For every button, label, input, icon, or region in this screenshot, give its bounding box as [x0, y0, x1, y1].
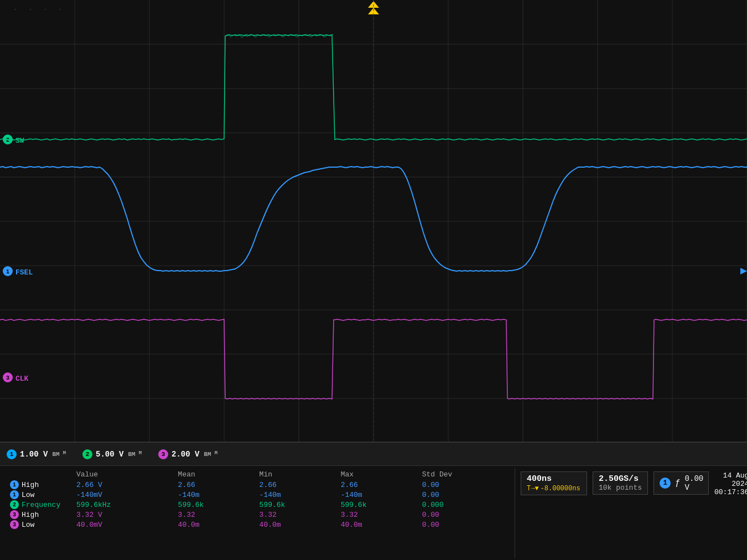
col-header-value: Value: [72, 469, 174, 480]
right-info-panel: 400ns T→▼ -8.00000ns 2.50GS/s 10k points…: [515, 468, 747, 558]
datetime-display: 14 Aug 2024 00:17:36: [714, 471, 747, 499]
meas-ch3-high-label: High: [22, 511, 39, 519]
meas-ch3-high-min: 3.32: [255, 510, 336, 520]
meas-ch3-high-circle: 3: [10, 510, 19, 519]
meas-ch1-low-label: Low: [22, 491, 34, 499]
ch2-circle: 2: [82, 449, 92, 459]
meas-ch2-freq-mean: 599.6k: [174, 500, 255, 510]
svg-text:1: 1: [6, 269, 9, 275]
meas-ch2-freq-min: 599.6k: [255, 500, 336, 510]
meas-ch2-freq-circle: 2: [10, 500, 19, 509]
meas-ch3-high-mean: 3.32: [174, 510, 255, 520]
meas-ch2-freq-label: Frequency: [22, 501, 60, 509]
meas-ch3-low-stddev: 0.00: [418, 520, 509, 530]
ch3-circle: 3: [158, 449, 168, 459]
col-header-mean: Mean: [174, 469, 255, 480]
meas-ch1-high-label: High: [22, 481, 39, 489]
ch3-bw-indicator: M: [215, 450, 217, 456]
datetime-time: 00:17:36: [714, 488, 747, 496]
meas-ch2-freq-stddev: 0.000: [418, 500, 509, 510]
svg-text:3: 3: [6, 375, 9, 381]
col-header-stddev: Std Dev: [418, 469, 509, 480]
ch3-bm-label: BM: [204, 451, 211, 458]
trigger-box: 1 ƒ 0.00 V: [653, 471, 709, 495]
col-header-label: [6, 469, 72, 480]
ch1-bw-indicator: M: [63, 450, 66, 456]
ch3-waveform-label: CLK: [15, 375, 29, 383]
svg-rect-23: [60, 9, 61, 10]
meas-ch1-high-circle: 1: [10, 480, 19, 489]
ch2-scale-indicator: 2 5.00 V BM M: [82, 449, 142, 459]
oscilloscope-display: 2 SW 1 FSEL 3 CLK: [0, 0, 747, 560]
ch2-scale-value: 5.00 V: [96, 450, 123, 459]
meas-row-ch3-low: 3 Low 40.0mV 40.0m 40.0m 40.0m 0.00: [6, 520, 509, 530]
meas-ch2-freq-value: 599.6kHz: [72, 500, 174, 510]
ch3-scale-value: 2.00 V: [172, 450, 199, 459]
meas-ch3-high-max: 3.32: [336, 510, 418, 520]
meas-ch2-freq-max: 599.6k: [336, 500, 418, 510]
sample-rate-box: 2.50GS/s 10k points: [593, 471, 648, 495]
ch1-scale-value: 1.00 V: [20, 450, 48, 459]
meas-ch3-high-value: 3.32 V: [72, 510, 174, 520]
meas-ch1-low-circle: 1: [10, 490, 19, 499]
svg-rect-21: [30, 9, 31, 10]
cursor-offset-value: -8.00000ns: [541, 485, 580, 492]
meas-ch1-high-mean: 2.66: [174, 480, 255, 490]
ch2-waveform-label: SW: [15, 137, 24, 145]
bottom-panel: 1 1.00 V BM M 2 5.00 V BM M 3 2.00 V BM …: [0, 443, 747, 560]
meas-ch1-low-min: -140m: [255, 490, 336, 500]
cursor-arrow: T→▼: [527, 485, 539, 492]
svg-text:2: 2: [6, 137, 9, 143]
meas-ch1-high-max: 2.66: [336, 480, 418, 490]
col-header-min: Min: [255, 469, 336, 480]
meas-ch3-high-stddev: 0.00: [418, 510, 509, 520]
meas-ch3-low-max: 40.0m: [336, 520, 418, 530]
meas-ch1-high-value: 2.66 V: [72, 480, 174, 490]
svg-rect-20: [15, 9, 16, 10]
trigger-ch-circle: 1: [660, 478, 671, 489]
meas-ch1-low-max: -140m: [336, 490, 418, 500]
ch1-bm-label: BM: [52, 451, 59, 458]
measurements-table: Value Mean Min Max Std Dev 1: [0, 468, 515, 558]
meas-ch3-low-circle: 3: [10, 520, 19, 529]
ch3-scale-indicator: 3 2.00 V BM M: [158, 449, 217, 459]
ch2-bm-label: BM: [128, 451, 135, 458]
channel-bar: 1 1.00 V BM M 2 5.00 V BM M 3 2.00 V BM …: [0, 443, 747, 466]
meas-row-ch1-high: 1 High 2.66 V 2.66 2.66 2.66 0.00: [6, 480, 509, 490]
trigger-type-icon: ƒ: [675, 478, 681, 488]
meas-ch3-low-mean: 40.0m: [174, 520, 255, 530]
measurements-area: Value Mean Min Max Std Dev 1: [0, 466, 747, 560]
meas-ch1-low-value: -140mV: [72, 490, 174, 500]
sample-points-value: 10k points: [599, 484, 642, 492]
meas-ch1-high-stddev: 0.00: [418, 480, 509, 490]
waveform-area: 2 SW 1 FSEL 3 CLK: [0, 0, 747, 443]
meas-ch3-low-label: Low: [22, 521, 34, 529]
svg-rect-22: [45, 9, 46, 10]
meas-ch1-high-min: 2.66: [255, 480, 336, 490]
ch1-circle: 1: [7, 449, 17, 459]
meas-row-ch1-low: 1 Low -140mV -140m -140m -140m 0.00: [6, 490, 509, 500]
col-header-max: Max: [336, 469, 418, 480]
sample-rate-value: 2.50GS/s: [599, 474, 639, 484]
waveform-svg: 2 SW 1 FSEL 3 CLK: [0, 0, 747, 442]
meas-row-ch2-freq: 2 Frequency 599.6kHz 599.6k 599.6k 599.6…: [6, 500, 509, 510]
meas-ch3-low-min: 40.0m: [255, 520, 336, 530]
timebase-box: 400ns T→▼ -8.00000ns: [521, 471, 587, 495]
meas-ch1-low-stddev: 0.00: [418, 490, 509, 500]
datetime-date: 14 Aug 2024: [714, 471, 747, 488]
ch1-scale-indicator: 1 1.00 V BM M: [7, 449, 66, 459]
meas-ch1-low-mean: -140m: [174, 490, 255, 500]
meas-row-ch3-high: 3 High 3.32 V 3.32 3.32 3.32 0.00: [6, 510, 509, 520]
timebase-value: 400ns: [527, 474, 552, 484]
meas-ch3-low-value: 40.0mV: [72, 520, 174, 530]
ch1-waveform-label: FSEL: [15, 268, 33, 277]
trigger-level-value: 0.00 V: [685, 474, 704, 492]
ch2-bw-indicator: M: [139, 450, 142, 456]
